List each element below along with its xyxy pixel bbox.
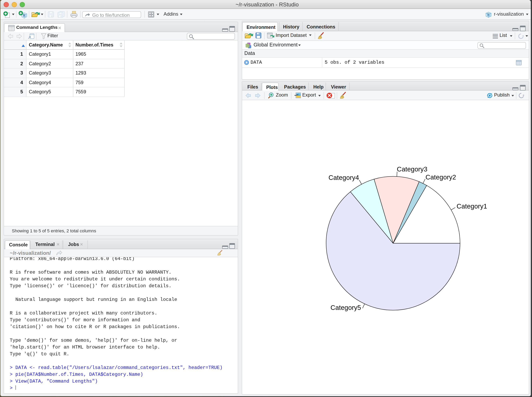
svg-text:R: R [487, 12, 490, 17]
svg-text:Category3: Category3 [397, 165, 427, 173]
svg-text:R: R [23, 13, 26, 18]
svg-text:Category5: Category5 [330, 304, 361, 311]
svg-text:Category2: Category2 [425, 173, 456, 181]
svg-text:Category1: Category1 [457, 202, 487, 210]
svg-text:Category4: Category4 [329, 174, 359, 181]
